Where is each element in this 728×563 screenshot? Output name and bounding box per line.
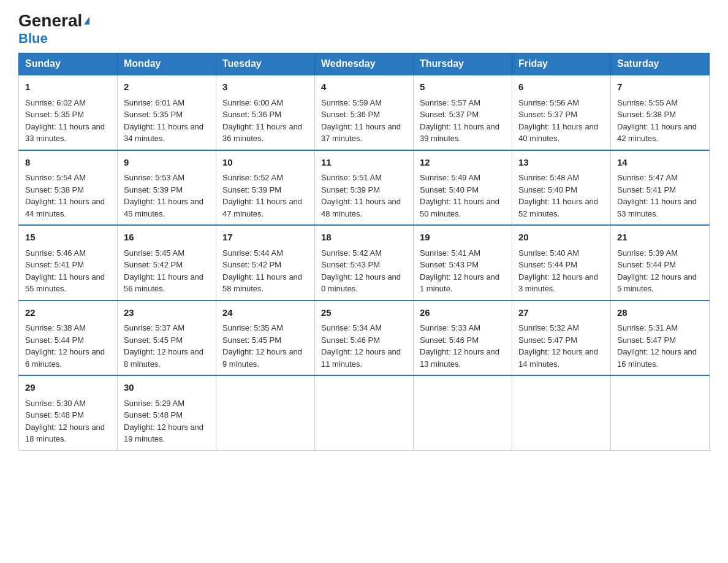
day-sunset: Sunset: 5:44 PM	[617, 260, 676, 269]
calendar-cell: 29 Sunrise: 5:30 AM Sunset: 5:48 PM Dayl…	[19, 375, 118, 450]
calendar-cell: 15 Sunrise: 5:46 AM Sunset: 5:41 PM Dayl…	[19, 225, 118, 301]
weekday-header-thursday: Thursday	[414, 53, 512, 75]
day-number: 10	[222, 156, 308, 170]
day-daylight: Daylight: 12 hours and 3 minutes.	[518, 272, 598, 294]
calendar-week-3: 15 Sunrise: 5:46 AM Sunset: 5:41 PM Dayl…	[19, 225, 710, 301]
day-sunset: Sunset: 5:46 PM	[321, 335, 380, 345]
day-number: 9	[124, 156, 210, 170]
day-number: 7	[617, 80, 703, 94]
day-daylight: Daylight: 11 hours and 44 minutes.	[25, 197, 105, 218]
day-sunset: Sunset: 5:45 PM	[124, 335, 183, 345]
day-sunrise: Sunrise: 6:02 AM	[25, 98, 86, 107]
day-sunrise: Sunrise: 5:59 AM	[321, 98, 382, 107]
day-sunset: Sunset: 5:44 PM	[25, 335, 84, 345]
calendar-cell: 25 Sunrise: 5:34 AM Sunset: 5:46 PM Dayl…	[315, 301, 414, 376]
day-number: 21	[617, 231, 703, 245]
calendar-cell: 10 Sunrise: 5:52 AM Sunset: 5:39 PM Dayl…	[216, 150, 315, 226]
day-sunset: Sunset: 5:40 PM	[420, 185, 479, 194]
calendar-cell: 4 Sunrise: 5:59 AM Sunset: 5:36 PM Dayli…	[315, 75, 414, 150]
day-daylight: Daylight: 11 hours and 58 minutes.	[222, 272, 302, 294]
day-daylight: Daylight: 11 hours and 56 minutes.	[124, 272, 203, 294]
day-sunrise: Sunrise: 5:48 AM	[518, 173, 579, 182]
day-sunset: Sunset: 5:44 PM	[518, 260, 577, 269]
day-sunset: Sunset: 5:39 PM	[321, 185, 380, 194]
day-daylight: Daylight: 12 hours and 0 minutes.	[321, 272, 401, 294]
calendar-cell	[512, 375, 611, 450]
day-sunset: Sunset: 5:41 PM	[25, 260, 84, 269]
day-daylight: Daylight: 11 hours and 37 minutes.	[321, 122, 401, 144]
day-sunrise: Sunrise: 5:42 AM	[321, 248, 382, 258]
day-number: 17	[222, 231, 308, 245]
calendar-cell: 11 Sunrise: 5:51 AM Sunset: 5:39 PM Dayl…	[315, 150, 414, 226]
day-number: 30	[124, 381, 210, 395]
day-sunrise: Sunrise: 5:47 AM	[617, 173, 678, 182]
day-sunrise: Sunrise: 5:57 AM	[420, 98, 480, 107]
day-sunset: Sunset: 5:36 PM	[222, 110, 281, 119]
calendar-cell: 1 Sunrise: 6:02 AM Sunset: 5:35 PM Dayli…	[19, 75, 118, 150]
weekday-header-friday: Friday	[512, 53, 611, 75]
day-number: 15	[25, 231, 111, 245]
day-sunrise: Sunrise: 5:45 AM	[124, 248, 184, 258]
calendar-cell	[611, 375, 710, 450]
day-sunset: Sunset: 5:36 PM	[321, 110, 380, 119]
calendar-cell: 24 Sunrise: 5:35 AM Sunset: 5:45 PM Dayl…	[216, 301, 315, 376]
day-sunrise: Sunrise: 5:32 AM	[518, 323, 579, 332]
day-daylight: Daylight: 11 hours and 39 minutes.	[420, 122, 499, 144]
day-daylight: Daylight: 12 hours and 11 minutes.	[321, 347, 401, 369]
day-sunrise: Sunrise: 5:30 AM	[25, 399, 86, 408]
day-sunset: Sunset: 5:40 PM	[518, 185, 577, 194]
logo-general: General	[18, 12, 89, 29]
day-sunrise: Sunrise: 5:39 AM	[617, 248, 678, 258]
day-sunset: Sunset: 5:42 PM	[124, 260, 183, 269]
day-number: 3	[222, 80, 308, 94]
day-number: 25	[321, 306, 407, 320]
day-sunrise: Sunrise: 5:31 AM	[617, 323, 678, 332]
calendar-cell: 3 Sunrise: 6:00 AM Sunset: 5:36 PM Dayli…	[216, 75, 315, 150]
day-daylight: Daylight: 12 hours and 13 minutes.	[420, 347, 499, 369]
day-sunrise: Sunrise: 5:29 AM	[124, 399, 184, 408]
day-number: 2	[124, 80, 210, 94]
calendar-cell: 16 Sunrise: 5:45 AM Sunset: 5:42 PM Dayl…	[118, 225, 216, 301]
day-sunrise: Sunrise: 5:44 AM	[222, 248, 283, 258]
day-sunset: Sunset: 5:38 PM	[25, 185, 84, 194]
day-daylight: Daylight: 11 hours and 50 minutes.	[420, 197, 499, 218]
calendar-cell: 5 Sunrise: 5:57 AM Sunset: 5:37 PM Dayli…	[414, 75, 512, 150]
day-sunrise: Sunrise: 5:35 AM	[222, 323, 283, 332]
day-sunrise: Sunrise: 5:40 AM	[518, 248, 579, 258]
calendar-week-4: 22 Sunrise: 5:38 AM Sunset: 5:44 PM Dayl…	[19, 301, 710, 376]
day-number: 27	[518, 306, 604, 320]
day-sunrise: Sunrise: 5:54 AM	[25, 173, 86, 182]
day-daylight: Daylight: 12 hours and 1 minute.	[420, 272, 499, 294]
weekday-header-tuesday: Tuesday	[216, 53, 315, 75]
day-number: 1	[25, 80, 111, 94]
calendar-cell: 22 Sunrise: 5:38 AM Sunset: 5:44 PM Dayl…	[19, 301, 118, 376]
day-daylight: Daylight: 11 hours and 53 minutes.	[617, 197, 697, 218]
day-sunrise: Sunrise: 5:56 AM	[518, 98, 579, 107]
calendar-cell: 21 Sunrise: 5:39 AM Sunset: 5:44 PM Dayl…	[611, 225, 710, 301]
weekday-header-sunday: Sunday	[19, 53, 118, 75]
weekday-header-row: SundayMondayTuesdayWednesdayThursdayFrid…	[19, 53, 710, 75]
day-number: 11	[321, 156, 407, 170]
calendar-cell: 30 Sunrise: 5:29 AM Sunset: 5:48 PM Dayl…	[118, 375, 216, 450]
day-number: 19	[420, 231, 506, 245]
day-number: 4	[321, 80, 407, 94]
day-number: 16	[124, 231, 210, 245]
day-number: 6	[518, 80, 604, 94]
day-daylight: Daylight: 12 hours and 6 minutes.	[25, 347, 105, 369]
day-sunrise: Sunrise: 5:34 AM	[321, 323, 382, 332]
day-sunrise: Sunrise: 5:41 AM	[420, 248, 480, 258]
calendar-cell: 28 Sunrise: 5:31 AM Sunset: 5:47 PM Dayl…	[611, 301, 710, 376]
calendar-cell: 14 Sunrise: 5:47 AM Sunset: 5:41 PM Dayl…	[611, 150, 710, 226]
day-number: 20	[518, 231, 604, 245]
day-sunset: Sunset: 5:39 PM	[222, 185, 281, 194]
day-daylight: Daylight: 11 hours and 42 minutes.	[617, 122, 697, 144]
calendar-table: SundayMondayTuesdayWednesdayThursdayFrid…	[18, 53, 710, 451]
calendar-cell: 27 Sunrise: 5:32 AM Sunset: 5:47 PM Dayl…	[512, 301, 611, 376]
logo-blue: Blue	[18, 31, 48, 47]
day-daylight: Daylight: 12 hours and 8 minutes.	[124, 347, 203, 369]
day-sunrise: Sunrise: 5:38 AM	[25, 323, 86, 332]
day-sunset: Sunset: 5:35 PM	[124, 110, 183, 119]
calendar-week-1: 1 Sunrise: 6:02 AM Sunset: 5:35 PM Dayli…	[19, 75, 710, 150]
calendar-cell: 20 Sunrise: 5:40 AM Sunset: 5:44 PM Dayl…	[512, 225, 611, 301]
calendar-week-2: 8 Sunrise: 5:54 AM Sunset: 5:38 PM Dayli…	[19, 150, 710, 226]
